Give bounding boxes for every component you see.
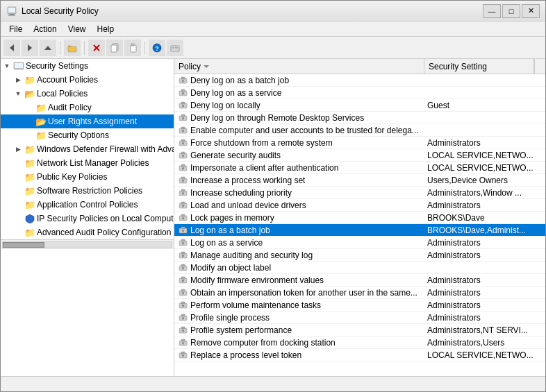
list-row[interactable]: Modify firmware environment valuesAdmini… <box>174 274 545 287</box>
maximize-button[interactable]: □ <box>502 4 520 18</box>
policy-label: Deny log on as a batch job <box>190 76 289 85</box>
back-button[interactable] <box>3 40 20 56</box>
list-row[interactable]: Remove computer from docking stationAdmi… <box>174 336 545 349</box>
up-button[interactable] <box>40 40 56 56</box>
list-row[interactable]: Replace a process level tokenLOCAL SERVI… <box>174 349 545 361</box>
tree-node-security-settings[interactable]: ▼ Security Settings <box>1 59 174 73</box>
svg-rect-24 <box>181 77 185 79</box>
svg-rect-112 <box>181 352 185 354</box>
policy-icon <box>177 312 188 323</box>
tree-label: User Rights Assignment <box>48 117 137 126</box>
policy-label: Log on as a service <box>190 238 263 248</box>
list-row[interactable]: Increase a process working setUsers,Devi… <box>174 174 545 187</box>
list-row[interactable]: Profile single processAdministrators <box>174 312 545 324</box>
list-row[interactable]: Profile system performanceAdministrators… <box>174 324 545 336</box>
policy-cell: Modify firmware environment values <box>174 275 424 286</box>
policy-label: Log on as a batch job <box>190 225 270 235</box>
svg-rect-64 <box>181 202 185 204</box>
setting-cell: Administrators <box>424 313 545 323</box>
menu-file[interactable]: File <box>3 23 28 35</box>
svg-point-89 <box>182 280 184 282</box>
left-panel-hscrollbar[interactable] <box>1 239 174 249</box>
expand-icon: ▶ <box>13 144 23 154</box>
list-row[interactable]: Impersonate a client after authenticatio… <box>174 162 545 174</box>
menu-action[interactable]: Action <box>28 23 62 35</box>
list-row[interactable]: Obtain an impersonation token for anothe… <box>174 287 545 299</box>
tree-node-public-key[interactable]: ▶ 📁 Public Key Policies <box>1 170 174 184</box>
policy-label: Impersonate a client after authenticatio… <box>190 163 338 173</box>
folder-button[interactable] <box>64 40 81 56</box>
policy-icon <box>177 262 188 273</box>
list-row[interactable]: Modify an object label <box>174 262 545 274</box>
list-header: Policy Security Setting <box>174 59 545 74</box>
policy-icon <box>177 212 188 223</box>
tree-node-software-restriction[interactable]: ▶ 📁 Software Restriction Policies <box>1 184 174 198</box>
delete-button[interactable] <box>88 40 105 56</box>
header-setting[interactable]: Security Setting <box>424 59 534 74</box>
tree-label: Audit Policy <box>48 103 92 112</box>
folder-icon: 📁 <box>24 74 35 85</box>
list-row[interactable]: Deny log on locallyGuest <box>174 99 545 112</box>
tree-node-windows-firewall[interactable]: ▶ 📁 Windows Defender Firewall with Adva <box>1 142 174 156</box>
tree-node-advanced-audit[interactable]: ▶ 📁 Advanced Audit Policy Configuration <box>1 225 174 239</box>
svg-point-53 <box>182 167 184 169</box>
list-row[interactable]: Load and unload device driversAdministra… <box>174 199 545 212</box>
toolbar: ? <box>1 37 545 59</box>
tree-node-local-policies[interactable]: ▼ 📂 Local Policies <box>1 87 174 101</box>
policy-cell: Log on as a service <box>174 237 424 248</box>
hscroll-thumb[interactable] <box>3 242 44 248</box>
policy-icon <box>177 175 188 186</box>
tree-node-audit-policy[interactable]: ▶ 📁 Audit Policy <box>1 101 174 114</box>
policy-cell: Lock pages in memory <box>174 212 424 223</box>
list-row[interactable]: Generate security auditsLOCAL SERVICE,NE… <box>174 149 545 162</box>
menu-view[interactable]: View <box>63 23 92 35</box>
list-row[interactable]: Deny log on as a service <box>174 87 545 99</box>
policy-label: Increase a process working set <box>190 176 305 185</box>
list-row[interactable]: Increase scheduling priorityAdministrato… <box>174 187 545 199</box>
expand-icon: ▶ <box>13 75 23 85</box>
hscroll-track[interactable] <box>2 241 172 248</box>
list-row[interactable]: Perform volume maintenance tasksAdminist… <box>174 299 545 312</box>
list-body[interactable]: Deny log on as a batch job Deny log on a… <box>174 74 545 376</box>
tree-node-network-list[interactable]: ▶ 📁 Network List Manager Policies <box>1 156 174 170</box>
policy-label: Generate security audits <box>190 151 281 160</box>
policy-icon <box>177 187 188 198</box>
list-row[interactable]: Log on as a serviceAdministrators <box>174 237 545 249</box>
tree-label: Security Options <box>48 130 109 140</box>
svg-point-49 <box>182 155 184 157</box>
copy-button[interactable] <box>106 40 123 56</box>
menu-help[interactable]: Help <box>92 23 120 35</box>
paste-button[interactable] <box>124 40 141 56</box>
header-policy[interactable]: Policy <box>174 59 424 74</box>
export-button[interactable] <box>167 40 183 56</box>
policy-cell: Deny log on as a service <box>174 87 424 99</box>
tree-node-account-policies[interactable]: ▶ 📁 Account Policies <box>1 73 174 87</box>
policy-icon <box>177 287 188 298</box>
svg-point-81 <box>182 255 184 257</box>
list-row[interactable]: Manage auditing and security logAdminist… <box>174 249 545 262</box>
tree-label: Network List Manager Policies <box>37 158 149 168</box>
svg-point-33 <box>182 105 184 107</box>
tree-node-security-options[interactable]: ▶ 📁 Security Options <box>1 128 174 142</box>
svg-rect-18 <box>175 47 178 48</box>
svg-point-65 <box>182 205 184 207</box>
close-button[interactable]: ✕ <box>522 4 540 18</box>
svg-point-73 <box>182 230 184 232</box>
list-row[interactable]: Force shutdown from a remote systemAdmin… <box>174 137 545 149</box>
help-button[interactable]: ? <box>149 40 165 56</box>
forward-button[interactable] <box>22 40 38 56</box>
tree-node-user-rights[interactable]: ▶ 📂 User Rights Assignment <box>1 114 174 128</box>
list-row[interactable]: Enable computer and user accounts to be … <box>174 124 545 137</box>
tree-node-ip-security[interactable]: ▶ IP Security Policies on Local Compute <box>1 212 174 225</box>
setting-cell: Administrators,Window ... <box>424 188 545 198</box>
svg-rect-96 <box>181 302 185 304</box>
list-row[interactable]: Lock pages in memoryBROOKS\Dave <box>174 212 545 224</box>
list-row[interactable]: Deny log on as a batch job <box>174 74 545 87</box>
minimize-button[interactable]: — <box>483 4 501 18</box>
policy-icon <box>177 137 188 148</box>
list-row[interactable]: Log on as a batch jobBROOKS\Dave,Adminis… <box>174 224 545 237</box>
svg-rect-52 <box>181 164 185 167</box>
tree-node-application-control[interactable]: ▶ 📁 Application Control Policies <box>1 198 174 212</box>
list-row[interactable]: Deny log on through Remote Desktop Servi… <box>174 112 545 124</box>
policy-icon <box>177 150 188 161</box>
